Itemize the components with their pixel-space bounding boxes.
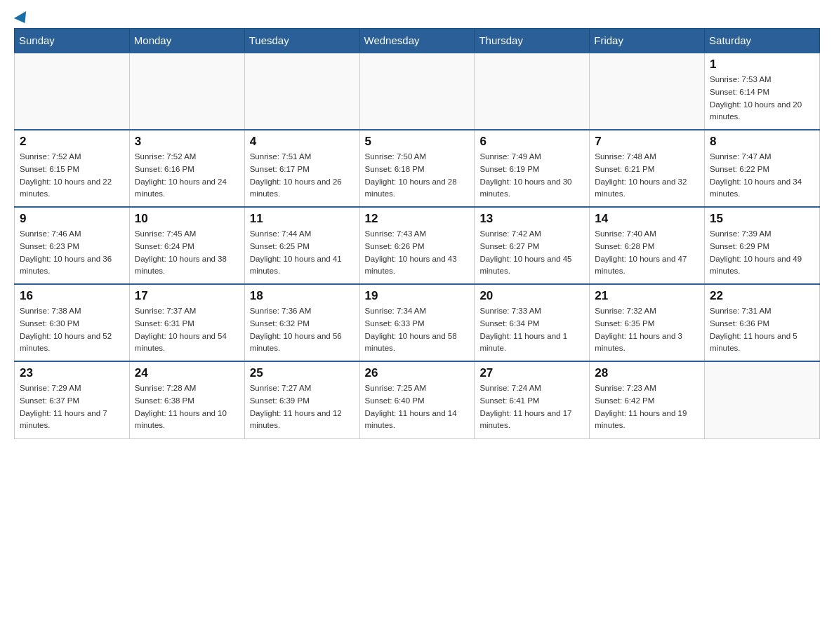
day-info: Sunrise: 7:32 AM Sunset: 6:35 PM Dayligh… <box>595 305 699 355</box>
calendar-week-2: 2Sunrise: 7:52 AM Sunset: 6:15 PM Daylig… <box>15 130 820 207</box>
day-info: Sunrise: 7:43 AM Sunset: 6:26 PM Dayligh… <box>365 228 470 278</box>
calendar-header-wednesday: Wednesday <box>359 29 475 53</box>
day-number: 6 <box>479 135 584 149</box>
day-info: Sunrise: 7:53 AM Sunset: 6:14 PM Dayligh… <box>710 74 814 123</box>
day-number: 20 <box>479 289 584 303</box>
calendar-cell: 6Sunrise: 7:49 AM Sunset: 6:19 PM Daylig… <box>475 130 590 207</box>
day-info: Sunrise: 7:52 AM Sunset: 6:15 PM Dayligh… <box>20 151 124 201</box>
calendar-cell: 12Sunrise: 7:43 AM Sunset: 6:26 PM Dayli… <box>359 207 475 284</box>
day-info: Sunrise: 7:50 AM Sunset: 6:18 PM Dayligh… <box>365 151 470 201</box>
calendar-cell: 25Sunrise: 7:27 AM Sunset: 6:39 PM Dayli… <box>244 361 359 438</box>
logo-arrow-icon <box>14 11 31 27</box>
day-number: 11 <box>250 212 355 226</box>
day-number: 1 <box>710 58 814 72</box>
calendar-header-thursday: Thursday <box>475 29 590 53</box>
calendar-cell: 28Sunrise: 7:23 AM Sunset: 6:42 PM Dayli… <box>590 361 705 438</box>
calendar-cell: 15Sunrise: 7:39 AM Sunset: 6:29 PM Dayli… <box>705 207 820 284</box>
calendar-header-saturday: Saturday <box>705 29 820 53</box>
day-number: 15 <box>710 212 814 226</box>
calendar-week-4: 16Sunrise: 7:38 AM Sunset: 6:30 PM Dayli… <box>15 284 820 361</box>
day-number: 27 <box>479 366 584 380</box>
calendar-cell: 9Sunrise: 7:46 AM Sunset: 6:23 PM Daylig… <box>15 207 130 284</box>
day-number: 28 <box>595 366 699 380</box>
day-info: Sunrise: 7:37 AM Sunset: 6:31 PM Dayligh… <box>135 305 239 355</box>
day-info: Sunrise: 7:48 AM Sunset: 6:21 PM Dayligh… <box>595 151 699 201</box>
day-info: Sunrise: 7:34 AM Sunset: 6:33 PM Dayligh… <box>365 305 470 355</box>
calendar-header-monday: Monday <box>129 29 244 53</box>
calendar-cell <box>705 361 820 438</box>
day-number: 19 <box>365 289 470 303</box>
day-number: 21 <box>595 289 699 303</box>
calendar-week-5: 23Sunrise: 7:29 AM Sunset: 6:37 PM Dayli… <box>15 361 820 438</box>
day-number: 18 <box>250 289 355 303</box>
day-number: 22 <box>710 289 814 303</box>
day-info: Sunrise: 7:39 AM Sunset: 6:29 PM Dayligh… <box>710 228 814 278</box>
calendar-cell: 2Sunrise: 7:52 AM Sunset: 6:15 PM Daylig… <box>15 130 130 207</box>
day-number: 25 <box>250 366 355 380</box>
day-number: 10 <box>135 212 239 226</box>
day-info: Sunrise: 7:45 AM Sunset: 6:24 PM Dayligh… <box>135 228 239 278</box>
calendar-cell <box>15 53 130 130</box>
day-info: Sunrise: 7:47 AM Sunset: 6:22 PM Dayligh… <box>710 151 814 201</box>
calendar-cell: 11Sunrise: 7:44 AM Sunset: 6:25 PM Dayli… <box>244 207 359 284</box>
calendar-cell: 21Sunrise: 7:32 AM Sunset: 6:35 PM Dayli… <box>590 284 705 361</box>
day-number: 5 <box>365 135 470 149</box>
calendar-cell: 18Sunrise: 7:36 AM Sunset: 6:32 PM Dayli… <box>244 284 359 361</box>
calendar-cell: 26Sunrise: 7:25 AM Sunset: 6:40 PM Dayli… <box>359 361 475 438</box>
calendar-header-row: SundayMondayTuesdayWednesdayThursdayFrid… <box>15 29 820 53</box>
calendar-cell: 10Sunrise: 7:45 AM Sunset: 6:24 PM Dayli… <box>129 207 244 284</box>
calendar-cell: 24Sunrise: 7:28 AM Sunset: 6:38 PM Dayli… <box>129 361 244 438</box>
day-info: Sunrise: 7:52 AM Sunset: 6:16 PM Dayligh… <box>135 151 239 201</box>
calendar-cell: 16Sunrise: 7:38 AM Sunset: 6:30 PM Dayli… <box>15 284 130 361</box>
day-number: 3 <box>135 135 239 149</box>
logo <box>14 14 31 21</box>
day-number: 23 <box>20 366 124 380</box>
day-info: Sunrise: 7:40 AM Sunset: 6:28 PM Dayligh… <box>595 228 699 278</box>
calendar-cell: 20Sunrise: 7:33 AM Sunset: 6:34 PM Dayli… <box>475 284 590 361</box>
calendar-cell: 1Sunrise: 7:53 AM Sunset: 6:14 PM Daylig… <box>705 53 820 130</box>
calendar-cell <box>244 53 359 130</box>
day-info: Sunrise: 7:38 AM Sunset: 6:30 PM Dayligh… <box>20 305 124 355</box>
calendar-cell: 27Sunrise: 7:24 AM Sunset: 6:41 PM Dayli… <box>475 361 590 438</box>
calendar-week-3: 9Sunrise: 7:46 AM Sunset: 6:23 PM Daylig… <box>15 207 820 284</box>
calendar-table: SundayMondayTuesdayWednesdayThursdayFrid… <box>14 28 820 439</box>
calendar-cell: 13Sunrise: 7:42 AM Sunset: 6:27 PM Dayli… <box>475 207 590 284</box>
calendar-cell: 19Sunrise: 7:34 AM Sunset: 6:33 PM Dayli… <box>359 284 475 361</box>
day-number: 17 <box>135 289 239 303</box>
day-info: Sunrise: 7:36 AM Sunset: 6:32 PM Dayligh… <box>250 305 355 355</box>
page-header <box>14 14 820 21</box>
calendar-cell: 23Sunrise: 7:29 AM Sunset: 6:37 PM Dayli… <box>15 361 130 438</box>
calendar-cell <box>475 53 590 130</box>
day-info: Sunrise: 7:27 AM Sunset: 6:39 PM Dayligh… <box>250 382 355 432</box>
day-info: Sunrise: 7:46 AM Sunset: 6:23 PM Dayligh… <box>20 228 124 278</box>
day-number: 2 <box>20 135 124 149</box>
calendar-cell: 3Sunrise: 7:52 AM Sunset: 6:16 PM Daylig… <box>129 130 244 207</box>
day-info: Sunrise: 7:42 AM Sunset: 6:27 PM Dayligh… <box>479 228 584 278</box>
day-info: Sunrise: 7:33 AM Sunset: 6:34 PM Dayligh… <box>479 305 584 355</box>
calendar-cell <box>590 53 705 130</box>
day-number: 8 <box>710 135 814 149</box>
calendar-week-1: 1Sunrise: 7:53 AM Sunset: 6:14 PM Daylig… <box>15 53 820 130</box>
calendar-header-friday: Friday <box>590 29 705 53</box>
day-info: Sunrise: 7:31 AM Sunset: 6:36 PM Dayligh… <box>710 305 814 355</box>
calendar-cell: 7Sunrise: 7:48 AM Sunset: 6:21 PM Daylig… <box>590 130 705 207</box>
calendar-cell: 5Sunrise: 7:50 AM Sunset: 6:18 PM Daylig… <box>359 130 475 207</box>
calendar-cell: 22Sunrise: 7:31 AM Sunset: 6:36 PM Dayli… <box>705 284 820 361</box>
day-info: Sunrise: 7:24 AM Sunset: 6:41 PM Dayligh… <box>479 382 584 432</box>
calendar-header-tuesday: Tuesday <box>244 29 359 53</box>
day-number: 14 <box>595 212 699 226</box>
day-info: Sunrise: 7:25 AM Sunset: 6:40 PM Dayligh… <box>365 382 470 432</box>
day-number: 24 <box>135 366 239 380</box>
day-number: 7 <box>595 135 699 149</box>
calendar-cell <box>129 53 244 130</box>
calendar-header-sunday: Sunday <box>15 29 130 53</box>
day-number: 12 <box>365 212 470 226</box>
day-info: Sunrise: 7:28 AM Sunset: 6:38 PM Dayligh… <box>135 382 239 432</box>
calendar-cell: 8Sunrise: 7:47 AM Sunset: 6:22 PM Daylig… <box>705 130 820 207</box>
calendar-cell <box>359 53 475 130</box>
calendar-cell: 17Sunrise: 7:37 AM Sunset: 6:31 PM Dayli… <box>129 284 244 361</box>
calendar-cell: 14Sunrise: 7:40 AM Sunset: 6:28 PM Dayli… <box>590 207 705 284</box>
day-number: 16 <box>20 289 124 303</box>
day-info: Sunrise: 7:51 AM Sunset: 6:17 PM Dayligh… <box>250 151 355 201</box>
calendar-cell: 4Sunrise: 7:51 AM Sunset: 6:17 PM Daylig… <box>244 130 359 207</box>
